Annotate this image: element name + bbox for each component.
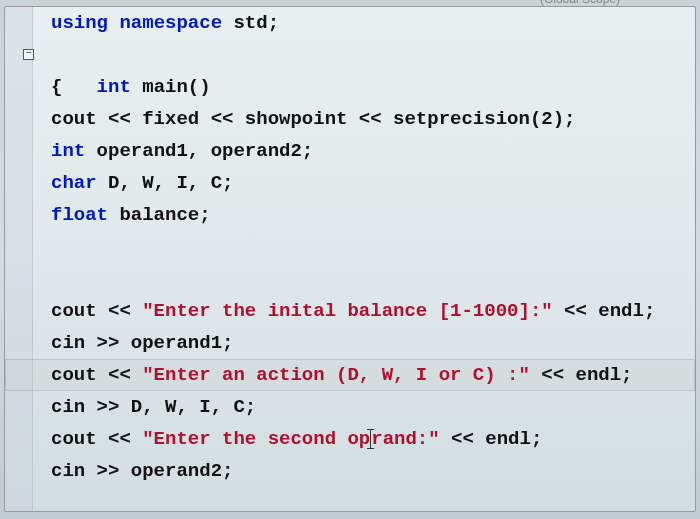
keyword: float xyxy=(51,204,108,226)
code-line[interactable] xyxy=(5,263,695,295)
code-text: << endl; xyxy=(530,364,633,386)
code-line[interactable]: −int main() xyxy=(5,39,695,71)
code-line[interactable]: cout << "Enter the inital balance [1-100… xyxy=(5,295,695,327)
code-line[interactable] xyxy=(5,231,695,263)
code-text: cin >> operand2; xyxy=(51,460,233,482)
code-line[interactable]: float balance; xyxy=(5,199,695,231)
code-text: balance; xyxy=(108,204,211,226)
code-text: std; xyxy=(222,12,279,34)
code-line[interactable]: using namespace std; xyxy=(5,7,695,39)
code-text: { xyxy=(51,76,62,98)
fold-toggle-icon[interactable]: − xyxy=(23,49,34,60)
code-text: << endl; xyxy=(553,300,656,322)
code-line[interactable]: cin >> D, W, I, C; xyxy=(5,391,695,423)
string-literal: "Enter an action (D, W, I or C) :" xyxy=(142,364,530,386)
code-line[interactable]: cout << fixed << showpoint << setprecisi… xyxy=(5,103,695,135)
code-line[interactable]: char D, W, I, C; xyxy=(5,167,695,199)
code-line[interactable]: cin >> operand2; xyxy=(5,455,695,487)
code-editor[interactable]: using namespace std; −int main() { cout … xyxy=(4,6,696,512)
keyword: int xyxy=(51,140,85,162)
code-text: cout << xyxy=(51,428,142,450)
code-text: cin >> operand1; xyxy=(51,332,233,354)
code-line-current[interactable]: cout << "Enter an action (D, W, I or C) … xyxy=(5,359,695,391)
code-line[interactable]: cin >> operand1; xyxy=(5,327,695,359)
code-text: cout << fixed << showpoint << setprecisi… xyxy=(51,108,576,130)
code-line[interactable]: cout << "Enter the second oprand:" << en… xyxy=(5,423,695,455)
code-text: << endl; xyxy=(440,428,543,450)
keyword: char xyxy=(51,172,97,194)
keyword: using xyxy=(51,12,108,34)
code-text: D, W, I, C; xyxy=(97,172,234,194)
code-line[interactable]: { xyxy=(5,71,695,103)
string-literal: "Enter the second op xyxy=(142,428,370,450)
text-cursor-icon xyxy=(370,429,371,449)
keyword: namespace xyxy=(119,12,222,34)
string-literal: "Enter the inital balance [1-1000]:" xyxy=(142,300,552,322)
code-text: cout << xyxy=(51,300,142,322)
code-line[interactable]: int operand1, operand2; xyxy=(5,135,695,167)
code-text: operand1, operand2; xyxy=(85,140,313,162)
code-text: cout << xyxy=(51,364,142,386)
code-text: cin >> D, W, I, C; xyxy=(51,396,256,418)
string-literal: rand:" xyxy=(371,428,439,450)
